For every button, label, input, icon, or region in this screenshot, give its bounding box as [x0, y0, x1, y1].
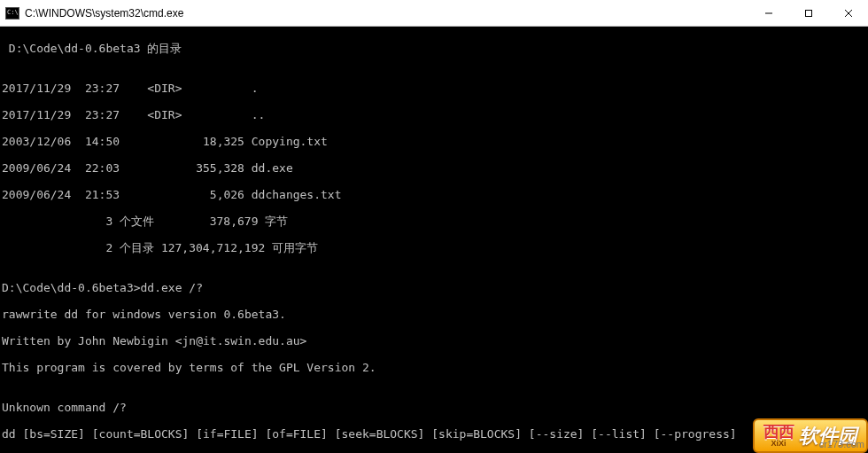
dir-summary-line: 2 个目录 127,304,712,192 可用字节	[2, 241, 864, 254]
watermark-domain: cr173.com	[819, 438, 864, 451]
titlebar[interactable]: C:\WINDOWS\system32\cmd.exe	[0, 0, 868, 27]
output-line: Unknown command /?	[2, 401, 864, 414]
terminal-area[interactable]: D:\Code\dd-0.6beta3 的目录 2017/11/29 23:27…	[0, 27, 868, 453]
dir-entry-line: 2009/06/24 22:03 355,328 dd.exe	[2, 161, 864, 175]
dir-entry-line: 2009/06/24 21:53 5,026 ddchanges.txt	[2, 188, 864, 201]
dir-entry-line: 2003/12/06 14:50 18,325 Copying.txt	[2, 135, 864, 148]
titlebar-controls	[748, 0, 868, 26]
dir-header-line: D:\Code\dd-0.6beta3 的目录	[2, 42, 864, 55]
dir-entry-line: 2017/11/29 23:27 <DIR> ..	[2, 108, 864, 121]
output-line: This program is covered by terms of the …	[2, 361, 864, 374]
maximize-button[interactable]	[788, 0, 828, 26]
window-title: C:\WINDOWS\system32\cmd.exe	[25, 7, 183, 20]
close-button[interactable]	[828, 0, 868, 26]
maximize-icon	[804, 9, 813, 18]
watermark-logo-pinyin: XiXi	[771, 440, 786, 448]
cmd-window: C:\WINDOWS\system32\cmd.exe D:\Code\dd-0…	[0, 0, 868, 453]
titlebar-left: C:\WINDOWS\system32\cmd.exe	[0, 7, 183, 20]
output-line: rawwrite dd for windows version 0.6beta3…	[2, 308, 864, 321]
minimize-button[interactable]	[748, 0, 788, 26]
usage-line: dd [bs=SIZE] [count=BLOCKS] [if=FILE] [o…	[2, 427, 864, 441]
svg-rect-1	[805, 10, 811, 16]
output-line: Written by John Newbigin <jn@it.swin.edu…	[2, 334, 864, 348]
dir-summary-line: 3 个文件 378,679 字节	[2, 215, 864, 228]
close-icon	[844, 9, 853, 18]
dir-entry-line: 2017/11/29 23:27 <DIR> .	[2, 82, 864, 95]
cmd-icon	[5, 7, 19, 20]
minimize-icon	[764, 9, 773, 18]
prompt-line: D:\Code\dd-0.6beta3>dd.exe /?	[2, 281, 864, 294]
